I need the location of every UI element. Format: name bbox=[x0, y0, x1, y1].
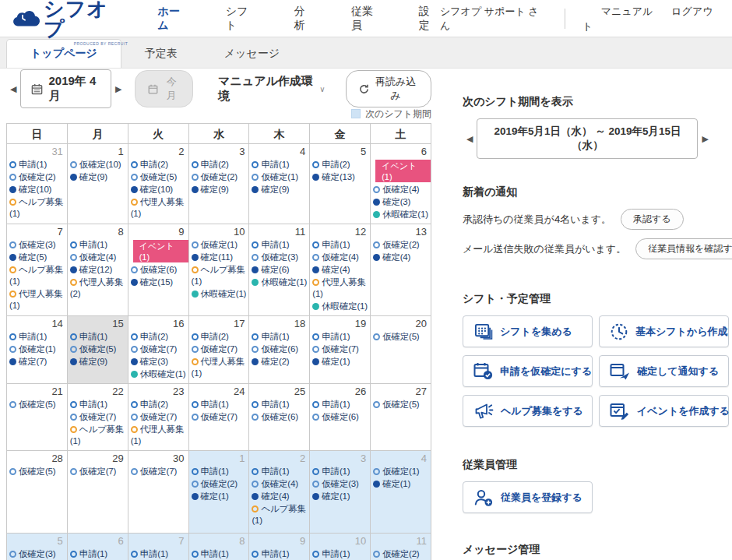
request-status-icon bbox=[192, 468, 199, 475]
main-nav: ホームシフト分析従業員設定 bbox=[157, 5, 440, 33]
request-status-icon bbox=[131, 161, 138, 168]
tab-messages[interactable]: メッセージ bbox=[201, 40, 303, 68]
check-employee-info-button[interactable]: 従業員情報を確認する bbox=[635, 238, 732, 259]
next-month-button[interactable]: ▶ bbox=[111, 83, 125, 96]
legend-label: 次のシフト期間 bbox=[365, 107, 431, 121]
calendar-day-cell[interactable]: 2申請(2)仮確定(5)確定(10)代理人募集(1) bbox=[128, 144, 189, 224]
today-button[interactable]: 今月 bbox=[135, 70, 193, 107]
proxy-status-icon bbox=[70, 279, 77, 286]
calendar-day-cell[interactable]: 20仮確定(5) bbox=[371, 316, 431, 384]
calendar-day-cell[interactable]: 23申請(2)仮確定(7)代理人募集(1) bbox=[128, 384, 189, 451]
calendar-day-cell[interactable]: 25申請(1)仮確定(6) bbox=[249, 384, 310, 451]
shift-entry: 申請(1) bbox=[68, 331, 128, 343]
recruit-help-button[interactable]: ヘルプ募集をする bbox=[463, 395, 593, 427]
confirmed-status-icon bbox=[131, 186, 138, 193]
calendar-day-cell[interactable]: 2申請(1)仮確定(4)確定(4)ヘルプ募集(1) bbox=[249, 451, 310, 534]
calendar-day-cell[interactable]: 5仮確定(3)確定(1) bbox=[7, 534, 68, 560]
calendar-day-cell[interactable]: 3申請(2)仮確定(2)確定(9) bbox=[189, 144, 250, 224]
prev-month-button[interactable]: ◀ bbox=[6, 83, 20, 96]
calendar-day-cell[interactable]: 4申請(1)仮確定(1)確定(9) bbox=[249, 144, 310, 224]
calendar-day-cell[interactable]: 6イベント(1)仮確定(4)確定(3)休暇確定(1) bbox=[371, 144, 431, 224]
calendar-day-cell[interactable]: 24申請(1)仮確定(7) bbox=[189, 384, 250, 451]
confirm-and-notify-button[interactable]: 確定して通知する bbox=[599, 355, 729, 387]
calendar-day-cell[interactable]: 10仮確定(1)確定(11)ヘルプ募集(1)休暇確定(1) bbox=[189, 224, 250, 316]
calendar-day-cell[interactable]: 3申請(1)仮確定(3)確定(1) bbox=[310, 451, 371, 534]
calendar-day-cell[interactable]: 10申請(1)仮確定(2)確定(3) bbox=[310, 534, 371, 560]
shift-entry: 確定(4) bbox=[249, 491, 309, 502]
shift-entry: 確定(5) bbox=[7, 252, 67, 263]
vacation-status-icon bbox=[131, 371, 138, 378]
tentative-status-icon bbox=[252, 414, 259, 421]
day-number: 8 bbox=[189, 534, 249, 548]
calendar-day-cell[interactable]: 19申請(1)仮確定(7)確定(1) bbox=[310, 316, 371, 384]
tentative-status-icon bbox=[192, 174, 199, 181]
employee-management-buttons: 従業員を登録する bbox=[463, 481, 727, 513]
notifications-title: 新着の通知 bbox=[463, 185, 727, 199]
create-from-base-shift-button[interactable]: 基本シフトから作成 bbox=[599, 315, 729, 347]
nav-employees[interactable]: 従業員 bbox=[351, 5, 383, 33]
tentatively-confirm-button[interactable]: 申請を仮確定にする bbox=[463, 355, 593, 387]
calendar-day-cell[interactable]: 11仮確定(2)確定(3) bbox=[371, 534, 431, 560]
calendar-day-cell[interactable]: 1仮確定(10)確定(9) bbox=[68, 144, 128, 224]
tentative-status-icon bbox=[252, 346, 259, 353]
event-badge[interactable]: イベント(1) bbox=[375, 160, 431, 182]
request-status-icon bbox=[70, 551, 77, 558]
calendar-day-cell[interactable]: 30仮確定(7) bbox=[128, 451, 189, 534]
calendar-day-cell[interactable]: 31申請(1)仮確定(2)確定(10)ヘルプ募集(1) bbox=[7, 144, 68, 224]
calendar-day-cell[interactable]: 16申請(2)仮確定(7)確定(3)休暇確定(1) bbox=[128, 316, 189, 384]
tentative-status-icon bbox=[9, 174, 16, 181]
manual-link[interactable]: マニュアル bbox=[601, 5, 653, 17]
notification-text: メール送信失敗の従業員がいます。 bbox=[463, 242, 626, 256]
calendar-day-cell[interactable]: 12申請(1)仮確定(4)確定(4)代理人募集(1)休暇確定(1) bbox=[310, 224, 371, 316]
event-badge[interactable]: イベント(1) bbox=[133, 240, 188, 262]
shift-entry: ヘルプ募集(1) bbox=[7, 196, 67, 220]
calendar-day-cell[interactable]: 5申請(2)確定(13) bbox=[310, 144, 371, 224]
nav-shift[interactable]: シフト bbox=[226, 5, 259, 33]
calendar-day-cell[interactable]: 7仮確定(3)確定(5)ヘルプ募集(1)代理人募集(1) bbox=[7, 224, 68, 316]
calendar-day-cell[interactable]: 9イベント(1)仮確定(6)確定(15) bbox=[128, 224, 189, 316]
calendar-day-cell[interactable]: 11申請(1)仮確定(3)確定(6)休暇確定(1) bbox=[249, 224, 310, 316]
calendar-day-cell[interactable]: 26申請(1)仮確定(6) bbox=[310, 384, 371, 451]
shift-entry: 確定(12) bbox=[68, 264, 128, 276]
approve-button[interactable]: 承認する bbox=[621, 209, 684, 230]
create-event-button[interactable]: イベントを作成する bbox=[599, 395, 729, 427]
request-status-icon bbox=[312, 333, 319, 340]
calendar-day-cell[interactable]: 27仮確定(5) bbox=[371, 384, 431, 451]
collect-shifts-button[interactable]: シフトを集める bbox=[463, 315, 593, 347]
shift-entry: 仮確定(7) bbox=[128, 466, 188, 477]
day-number: 5 bbox=[310, 145, 370, 159]
shift-entry: 仮確定(5) bbox=[371, 331, 431, 343]
vacation-status-icon bbox=[192, 291, 199, 298]
calendar-day-cell[interactable]: 14申請(1)仮確定(1)確定(7) bbox=[7, 316, 68, 384]
register-employee-button[interactable]: 従業員を登録する bbox=[463, 481, 593, 513]
request-status-icon bbox=[9, 333, 16, 340]
next-period-button[interactable]: ▶ bbox=[698, 132, 712, 146]
calendar-day-cell[interactable]: 1申請(1)仮確定(2)確定(1) bbox=[189, 451, 250, 534]
tab-schedule[interactable]: 予定表 bbox=[121, 40, 201, 68]
calendar-day-cell[interactable]: 6申請(1)仮確定(4)確定(4) bbox=[68, 534, 128, 560]
calendar-day-cell[interactable]: 18申請(1)仮確定(6)確定(2) bbox=[249, 316, 310, 384]
calendar-day-cell[interactable]: 9申請(1)仮確定(3)確定(4) bbox=[249, 534, 310, 560]
nav-settings[interactable]: 設定 bbox=[419, 5, 440, 33]
calendar-icon bbox=[148, 84, 158, 94]
prev-period-button[interactable]: ◀ bbox=[463, 132, 477, 146]
day-number: 26 bbox=[310, 385, 370, 399]
reload-button[interactable]: 再読み込み bbox=[346, 70, 431, 107]
calendar-day-cell[interactable]: 28仮確定(5) bbox=[7, 451, 68, 534]
shift-entry: 仮確定(3) bbox=[310, 478, 370, 490]
calendar-day-cell[interactable]: 8申請(1)仮確定(4)確定(12)代理人募集(2) bbox=[68, 224, 128, 316]
calendar-day-cell[interactable]: 8申請(1)仮確定(3)確定(4) bbox=[189, 534, 250, 560]
calendar-day-cell[interactable]: 21仮確定(5) bbox=[7, 384, 68, 451]
calendar-day-cell[interactable]: 15申請(1)仮確定(5)確定(9) bbox=[68, 316, 128, 384]
calendar-day-cell[interactable]: 13仮確定(2)確定(4) bbox=[371, 224, 431, 316]
calendar-day-cell[interactable]: 22申請(1)仮確定(7)ヘルプ募集(1) bbox=[68, 384, 128, 451]
calendar-day-cell[interactable]: 4仮確定(1)確定(1) bbox=[371, 451, 431, 534]
calendar-day-cell[interactable]: 17申請(2)仮確定(7)代理人募集(1) bbox=[189, 316, 250, 384]
nav-home[interactable]: ホーム bbox=[157, 5, 189, 33]
calendar-day-cell[interactable]: 7申請(1)仮確定(6)確定(4) bbox=[128, 534, 189, 560]
month-picker[interactable]: 2019年 4月 bbox=[20, 69, 111, 108]
calendar-day-cell[interactable]: 29仮確定(7) bbox=[68, 451, 128, 534]
environment-dropdown[interactable]: マニュアル作成環境 ∨ bbox=[218, 74, 325, 104]
nav-analysis[interactable]: 分析 bbox=[294, 5, 315, 33]
proxy-status-icon bbox=[131, 426, 138, 433]
